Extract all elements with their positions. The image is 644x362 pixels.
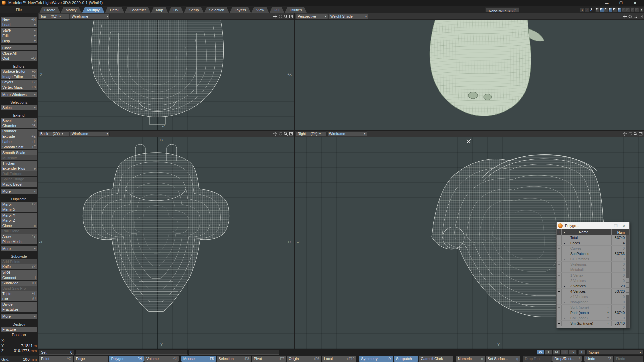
minimize-button[interactable]: — [600,0,613,6]
select-plus-button[interactable]: + [557,321,562,326]
sidebar-item-mirror-z[interactable]: Mirror Z [1,218,37,223]
deselect-minus-button[interactable]: - [562,289,567,294]
view-type-dropdown[interactable]: Perspective ▾ [296,14,328,19]
tab-create[interactable]: Create [39,7,60,13]
deselect-minus-button[interactable]: - [562,235,567,240]
sidebar-item-help[interactable]: Help▾ [1,38,37,43]
tab-uv[interactable]: UV [168,7,183,13]
tab-i-o[interactable]: I/O [269,7,284,13]
stats-close-button[interactable]: ✕ [620,224,628,228]
vmap-c-button[interactable]: C [561,350,569,355]
sidebar-item-connect[interactable]: Connectl [1,275,37,280]
select-plus-button[interactable]: + [557,267,562,272]
deselect-minus-button[interactable]: - [562,278,567,283]
select-plus-button[interactable]: + [557,251,562,256]
view-type-dropdown[interactable]: Back (XY) ▾ [39,131,69,136]
viewport-top[interactable]: Top (XZ) ▾ Wireframe ▾ -X +X -Z [38,13,294,130]
deselect-minus-button[interactable]: - [562,310,567,315]
sidebar-item-triple[interactable]: Triple+T [1,291,37,296]
tab-utilities[interactable]: Utilities [285,7,307,13]
sidebar-item-smooth-scale[interactable]: Smooth Scale [1,150,37,155]
layer-cell-2[interactable] [600,7,604,12]
toolbar-subpatch[interactable]: Subpatch [394,356,418,362]
sidebar-item-fractalize[interactable]: Fractalize [1,307,37,312]
viewport-back[interactable]: Back (XY) ▾ Wireframe ▾ -X +X +Y -Y [38,131,294,349]
toolbar-symmetry[interactable]: Symmetry+Y [359,356,393,362]
maximize-icon[interactable] [289,132,293,136]
select-plus-button[interactable]: + [557,299,562,304]
deselect-minus-button[interactable]: - [562,315,567,320]
toolbar-undo[interactable]: Undo^Z [584,356,613,362]
tab-setup[interactable]: Setup [184,7,204,13]
chevron-down-icon[interactable]: ▾ [607,305,609,310]
toolbar-set-surfac[interactable]: Set Surfac...q [486,356,520,362]
tab-modify[interactable]: Modify [61,7,82,13]
select-plus-button[interactable]: + [557,246,562,251]
deselect-minus-button[interactable]: - [562,240,567,245]
sidebar-item-vertex-maps[interactable]: Vertex MapsF8 [1,85,37,90]
deselect-minus-button[interactable]: - [562,267,567,272]
deselect-minus-button[interactable]: - [562,294,567,299]
select-plus-button[interactable]: + [557,315,562,320]
pan-icon[interactable] [623,132,627,136]
viewport-back-canvas[interactable]: -X +X +Y -Y [38,137,294,349]
rotate-icon[interactable] [278,14,283,19]
sidebar-item-close-all[interactable]: Close All [1,51,37,56]
deselect-minus-button[interactable]: - [562,299,567,304]
layer-cell-4[interactable] [608,7,613,12]
rotate-icon[interactable] [628,14,632,19]
maximize-icon[interactable] [289,14,293,19]
layer-cell-10[interactable] [635,7,639,12]
toolbar-volume[interactable]: Volume^J [144,356,179,362]
toolbar-mouse[interactable]: Mouse+F5 [181,356,216,362]
select-plus-button[interactable]: + [557,294,562,299]
sidebar-item-lathe[interactable]: Lathe+L [1,139,37,144]
vmap-t-button[interactable]: T [545,350,552,355]
deselect-minus-button[interactable]: - [562,273,567,278]
tab-view[interactable]: View [251,7,269,13]
sidebar-item-layers[interactable]: LayersF7 [1,80,37,85]
toolbar-origin[interactable]: Origin+F6 [287,356,321,362]
viewport-perspective-canvas[interactable] [295,20,644,130]
stats-panel-title-bar[interactable]: Polygo... — ❐ ✕ [557,222,629,229]
sidebar-item-smooth-shift[interactable]: Smooth Shift+F [1,144,37,149]
sidebar-item-close[interactable]: Close [1,45,37,50]
tab-detail[interactable]: Detail [105,7,124,13]
toolbar-pivot[interactable]: Pivot+F7 [252,356,286,362]
toolbar-drop-rest[interactable]: Drop/Rest.../ [552,356,582,362]
sidebar-item-more[interactable]: More▾ [1,246,37,251]
sidebar-item-mirror-x[interactable]: Mirror X [1,207,37,212]
stats-minimize-button[interactable]: — [604,224,612,228]
select-plus-button[interactable]: + [557,278,562,283]
layer-cell-7[interactable] [622,7,626,12]
render-mode-dropdown[interactable]: Wireframe ▾ [70,14,110,19]
tab-map[interactable]: Map [151,7,168,13]
tab-construct[interactable]: Construct [125,7,151,13]
maximize-icon[interactable] [639,132,643,136]
chevron-down-icon[interactable]: ▾ [607,315,609,320]
toolbar-numeric[interactable]: Numericn [456,356,485,362]
zoom-icon[interactable] [284,132,288,136]
sidebar-item-more[interactable]: More▾ [1,314,37,319]
sidebar-item-subdivide[interactable]: Subdivide+D [1,281,37,286]
vmap-s-button[interactable]: S [569,350,577,355]
select-plus-button[interactable]: + [557,273,562,278]
stats-scrollbar-thumb[interactable] [626,278,629,295]
object-selector-dropdown[interactable]: Robo_WIP_R33* [485,7,519,12]
sidebar-item-divide[interactable]: Divide [1,302,37,307]
select-plus-button[interactable]: + [557,289,562,294]
select-plus-button[interactable]: + [557,262,562,267]
deselect-minus-button[interactable]: - [562,246,567,251]
sidebar-item-select[interactable]: Select▾ [1,105,37,110]
vmap-m-button[interactable]: M [553,350,560,355]
pan-icon[interactable] [623,14,627,19]
select-plus-button[interactable]: + [557,283,562,288]
deselect-minus-button[interactable]: - [562,321,567,326]
sidebar-item-extrude[interactable]: Extrude+E [1,134,37,139]
zoom-icon[interactable] [633,14,638,19]
toolbar-point[interactable]: Point^G [39,356,73,362]
view-type-dropdown[interactable]: Top (XZ) ▾ [39,14,69,19]
sidebar-item-extender-plus[interactable]: Extender Pluse [1,166,37,171]
sidebar-item-bevel[interactable]: Bevelb [1,118,37,123]
sidebar-item-clone[interactable]: Clonec [1,223,37,228]
